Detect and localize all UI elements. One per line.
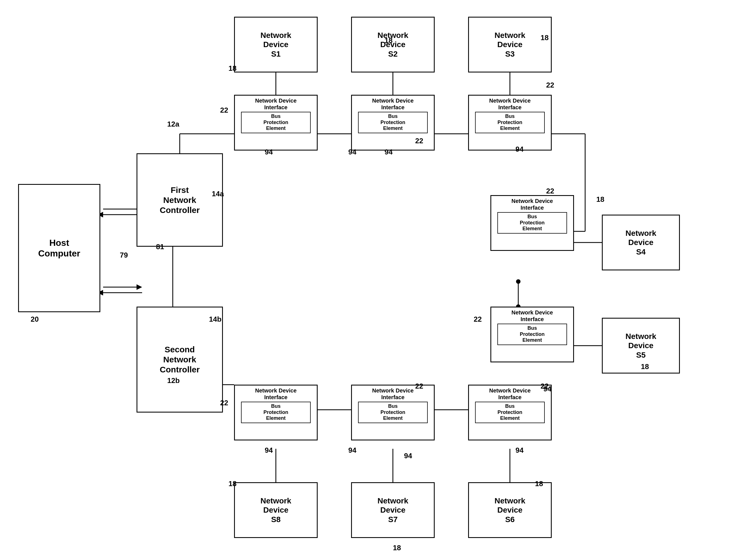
label-14a: 14a [212,190,224,198]
label-12a: 12a [167,120,179,129]
ndib-s6: Network DeviceInterface BusProtectionEle… [468,385,552,440]
label-94-ndib2: 94 [348,148,357,156]
label-22-ndib2: 22 [415,137,423,145]
ndib-s8: Network DeviceInterface BusProtectionEle… [234,385,318,440]
ndib-s7: Network DeviceInterface BusProtectionEle… [351,385,435,440]
label-94-ndib7b: 94 [404,452,412,460]
network-device-s8: NetworkDeviceS8 [234,482,318,538]
connection-lines [0,0,737,560]
network-device-s7: NetworkDeviceS7 [351,482,435,538]
svg-marker-5 [137,284,142,290]
network-device-s6: NetworkDeviceS6 [468,482,552,538]
ndib-s4: Network DeviceInterface BusProtectionEle… [490,195,574,251]
label-22-ndib-s4: 22 [546,187,554,195]
label-94-ndib1: 94 [265,148,273,156]
ndib-s1: Network DeviceInterface BusProtectionEle… [234,95,318,151]
label-12b: 12b [167,376,180,385]
label-14b: 14b [209,315,222,324]
network-device-s1: NetworkDeviceS1 [234,17,318,72]
label-20: 20 [31,315,39,324]
ndib-s3: Network DeviceInterface BusProtectionEle… [468,95,552,151]
label-22-ndib8: 22 [220,399,228,407]
label-81: 81 [156,243,164,251]
network-device-s2: NetworkDeviceS2 [351,17,435,72]
label-18-s3: 18 [540,33,549,42]
label-18-s2: 18 [384,36,392,45]
network-device-s3: NetworkDeviceS3 [468,17,552,72]
label-22-ndib1: 22 [220,106,228,115]
label-94-ndib-s5: 94 [543,385,551,393]
label-18-s1: 18 [229,64,237,73]
label-94-ndib6: 94 [515,446,523,455]
diagram: Host Computer First Network Controller S… [0,0,737,560]
label-94-ndib7: 94 [348,446,357,455]
first-network-controller: First Network Controller [137,153,223,247]
label-94-ndib3: 94 [515,145,523,154]
label-94-ndib2b: 94 [384,148,392,156]
ndib-s5: Network DeviceInterface BusProtectionEle… [490,307,574,362]
svg-point-19 [516,279,520,284]
label-18-s8: 18 [229,479,237,488]
label-79: 79 [120,251,128,260]
host-computer: Host Computer [18,184,100,312]
label-18-s6: 18 [535,479,543,488]
label-18-s4: 18 [596,195,604,204]
network-device-s4: NetworkDeviceS4 [602,215,680,270]
label-94-ndib8: 94 [265,446,273,455]
label-18-s5: 18 [641,362,649,371]
label-22-ndib-s5: 22 [474,315,482,324]
label-18-s7: 18 [393,544,401,552]
label-22-ndib7: 22 [415,382,423,391]
label-22-ndib3: 22 [546,81,554,89]
